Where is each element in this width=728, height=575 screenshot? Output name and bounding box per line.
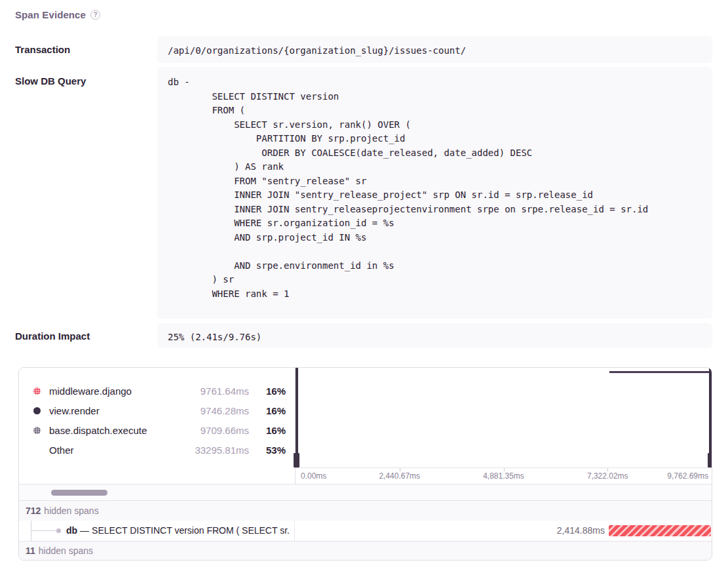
duration-impact-label: Duration Impact xyxy=(15,330,90,342)
time-axis: 0.00ms 2,440.67ms 4,881.35ms 7,322.02ms … xyxy=(296,467,712,484)
ops-breakdown-legend: middleware.django 9761.64ms 16% view.ren… xyxy=(19,368,295,484)
legend-label: view.render xyxy=(49,405,100,416)
axis-label: 7,322.02ms xyxy=(587,471,628,481)
duration-impact-cell: 25% (2.41s/9.76s) xyxy=(157,323,712,348)
legend-duration: 33295.81ms xyxy=(195,445,249,456)
hidden-spans-row-below: 11 hidden spans xyxy=(19,541,712,560)
minimap-left-handle[interactable] xyxy=(296,368,298,467)
span-separator: — xyxy=(80,525,89,536)
span-op: db xyxy=(66,525,77,536)
legend-label: base.dispatch.execute xyxy=(49,425,147,436)
slow-db-query-sql: db - SELECT DISTINCT version FROM ( SELE… xyxy=(168,75,702,301)
duration-impact-value: 25% (2.41s/9.76s) xyxy=(168,330,702,345)
span-row-duration-cell[interactable]: 2,414.88ms xyxy=(295,521,712,541)
slow-span-bar[interactable] xyxy=(609,525,711,536)
slow-db-query-cell: db - SELECT DISTINCT version FROM ( SELE… xyxy=(157,67,712,319)
span-tree-chart: middleware.django 9761.64ms 16% view.ren… xyxy=(18,367,712,561)
minimap-right-handle[interactable] xyxy=(709,368,712,467)
hidden-spans-count: 712 xyxy=(26,506,41,516)
legend-duration: 9761.64ms xyxy=(201,386,249,397)
minimap-right-grip[interactable] xyxy=(708,453,712,467)
minimap-span-line xyxy=(609,371,711,373)
panel-header: Span Evidence ? xyxy=(15,9,100,20)
legend-percent: 53% xyxy=(249,445,286,456)
legend-percent: 16% xyxy=(249,386,286,397)
legend-percent: 16% xyxy=(249,405,286,416)
span-duration: 2,414.88ms xyxy=(557,521,605,541)
page-title: Span Evidence xyxy=(15,9,86,20)
transaction-value: /api/0/organizations/{organization_slug}… xyxy=(168,44,702,58)
series-dot-icon xyxy=(33,407,41,414)
span-title: db—SELECT DISTINCT version FROM ( SELECT… xyxy=(66,521,290,541)
series-dot-icon xyxy=(33,427,41,434)
legend-row-other: Other 33295.81ms 53% xyxy=(19,440,295,460)
transaction-label: Transaction xyxy=(15,44,70,55)
tree-node-dot-icon xyxy=(56,528,61,533)
scrollbar-thumb[interactable] xyxy=(51,490,107,496)
slow-db-query-label: Slow DB Query xyxy=(15,75,86,87)
legend-percent: 16% xyxy=(249,425,286,436)
series-dot-icon xyxy=(33,387,41,395)
minimap[interactable] xyxy=(296,368,712,467)
legend-duration: 9709.66ms xyxy=(201,425,249,436)
hidden-spans-count: 11 xyxy=(26,545,35,556)
legend-row-middleware-django: middleware.django 9761.64ms 16% xyxy=(19,381,295,401)
axis-label: 0.00ms xyxy=(301,471,326,481)
horizontal-scrollbar[interactable] xyxy=(19,484,712,500)
span-row-db[interactable]: db—SELECT DISTINCT version FROM ( SELECT… xyxy=(19,521,712,541)
legend-label: Other xyxy=(49,445,74,456)
legend-duration: 9746.28ms xyxy=(201,405,249,416)
hidden-spans-row-above: 712 hidden spans xyxy=(19,500,712,521)
help-icon[interactable]: ? xyxy=(90,10,100,20)
transaction-value-cell: /api/0/organizations/{organization_slug}… xyxy=(157,36,712,63)
axis-label: 4,881.35ms xyxy=(483,471,524,481)
axis-label: 9,762.69ms xyxy=(667,471,708,481)
minimap-left-grip[interactable] xyxy=(294,453,299,467)
legend-label: middleware.django xyxy=(49,386,132,397)
tree-connector-horizontal xyxy=(31,530,58,531)
axis-label: 2,440.67ms xyxy=(379,471,420,481)
span-row-title-cell[interactable]: db—SELECT DISTINCT version FROM ( SELECT… xyxy=(19,521,295,541)
hidden-spans-text: hidden spans xyxy=(39,545,93,556)
hidden-spans-text: hidden spans xyxy=(44,506,98,516)
span-description: SELECT DISTINCT version FROM ( SELECT sr… xyxy=(92,525,290,536)
legend-row-view-render: view.render 9746.28ms 16% xyxy=(19,401,295,420)
legend-row-base-dispatch-execute: base.dispatch.execute 9709.66ms 16% xyxy=(19,420,295,440)
